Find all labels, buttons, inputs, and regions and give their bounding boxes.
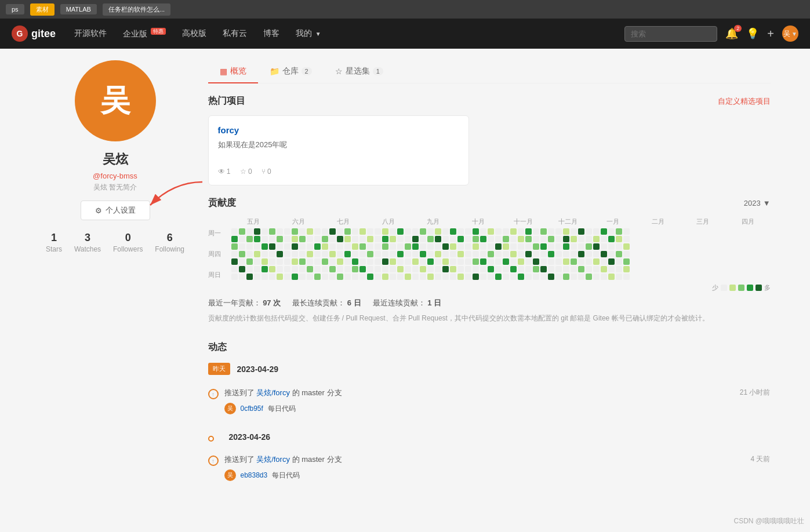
commit-msg-2: 每日代码 [272,471,300,480]
stat-followers[interactable]: 0 Followers [113,232,143,253]
legend-box-3 [747,285,753,291]
stars-count: 1 [46,232,62,244]
activity-content-2: 推送到了 吴炫/forcy 的 master 分支 吴 eb838d3 每日代码 [224,454,751,481]
tabs: ▦ 概览 📁 仓库 2 ☆ 星选集 1 [208,60,771,83]
legend-less-label: 少 [712,283,718,292]
commit-hash-1[interactable]: 0cfb95f [241,405,263,413]
commit-hash-2[interactable]: eb838d3 [241,471,268,479]
stat-stars[interactable]: 1 Stars [46,232,62,253]
stat-following[interactable]: 6 Following [155,232,184,253]
navbar: G gitee 开源软件 企业版 特惠 高校版 私有云 博客 我的 ▼ 🔔 2 … [0,19,810,49]
browser-tab-ps[interactable]: ps [6,4,24,14]
settings-button[interactable]: ⚙ 个人设置 [81,201,150,220]
hot-projects-title: 热门项目 [208,95,245,107]
gear-icon: ⚙ [95,206,102,215]
commit-row-1: 吴 0cfb95f 每日代码 [224,403,740,414]
date-text-2: 2023-04-26 [229,432,271,442]
longest-streak-stat: 最长连续贡献： 6 日 [292,298,361,308]
notification-button[interactable]: 🔔 2 [725,27,738,40]
contrib-stats: 最近一年贡献： 97 次 最长连续贡献： 6 日 最近连续贡献： 1 日 [208,298,771,308]
date-badge-yesterday: 昨天 [208,363,230,375]
commit-msg-1: 每日代码 [268,404,296,414]
legend-box-2 [738,285,744,291]
user-handle: @forcy-bmss [40,172,191,180]
activity-date-header-1: 昨天 2023-04-29 [208,363,771,375]
nav-mine[interactable]: 我的 ▼ [289,25,328,42]
gitee-brand-text: gitee [31,28,56,40]
repo-link-1[interactable]: 吴炫/forcy [256,388,290,397]
user-name: 吴炫 [40,151,191,168]
current-streak-stat: 最近连续贡献： 1 日 [373,298,441,308]
star-icon: ☆ [335,67,343,76]
browser-tab-task[interactable]: 任务栏的软件怎么... [103,3,170,16]
legend-box-1 [729,285,736,291]
followers-count: 0 [113,232,143,244]
gitee-logo-icon: G [12,25,28,42]
activity-section: 动态 昨天 2023-04-29 ↑ 推送到了 吴炫/forcy 的 maste… [208,341,771,487]
nav-private-cloud[interactable]: 私有云 [216,25,254,42]
legend-more-label: 多 [764,283,771,292]
activity-item-1: ↑ 推送到了 吴炫/forcy 的 master 分支 吴 0cfb95f 每日… [208,382,771,421]
project-views: 👁 1 [218,167,231,176]
activity-text-2: 推送到了 吴炫/forcy 的 master 分支 [224,454,751,465]
followers-label: Followers [113,245,143,253]
browser-bar: ps 素材 MATLAB 任务栏的软件怎么... [0,0,810,19]
nav-enterprise[interactable]: 企业版 特惠 [116,24,173,43]
stats-row: 1 Stars 3 Watches 0 Followers 6 Followin… [40,232,191,253]
commit-avatar-2: 吴 [224,469,236,481]
activity-group-1: 昨天 2023-04-29 ↑ 推送到了 吴炫/forcy 的 master 分… [208,363,771,421]
tab-overview[interactable]: ▦ 概览 [208,60,258,83]
avatar-container: 吴 [40,60,191,141]
contrib-note: 贡献度的统计数据包括代码提交、创建任务 / Pull Request、合并 Pu… [208,313,771,324]
repo-link-2[interactable]: 吴炫/forcy [256,455,290,464]
search-input[interactable] [624,26,717,42]
contribution-section: 贡献度 2023 ▼ 五月六月七月八月九月十月十一月十二月一月二月三月四月周一周… [208,197,771,324]
activity-date-header-2: 2023-04-26 [208,432,771,442]
notification-badge: 2 [734,25,742,32]
heatmap-grid-area: 五月六月七月八月九月十月十一月十二月一月二月三月四月周一周四周日 [208,217,771,280]
activity-title: 动态 [208,341,771,354]
activity-item-2: ↑ 推送到了 吴炫/forcy 的 master 分支 吴 eb838d3 每日… [208,449,771,487]
project-forks: ⑂ 0 [261,167,271,176]
activity-group-2: 2023-04-26 ↑ 推送到了 吴炫/forcy 的 master 分支 吴… [208,432,771,487]
grid-icon: ▦ [220,67,227,76]
contrib-legend: 少 多 [208,283,771,292]
commit-row-2: 吴 eb838d3 每日代码 [224,469,751,481]
activity-content-1: 推送到了 吴炫/forcy 的 master 分支 吴 0cfb95f 每日代码 [224,388,740,414]
project-name[interactable]: forcy [218,125,459,135]
push-icon-1: ↑ [208,389,219,399]
tab-overview-label: 概览 [230,66,246,76]
content-area: ▦ 概览 📁 仓库 2 ☆ 星选集 1 热门项目 自定义精选项目 forcy 如… [208,60,771,499]
following-count: 6 [155,232,184,244]
nav-opensource[interactable]: 开源软件 [67,25,114,42]
tab-starred[interactable]: ☆ 星选集 1 [324,60,395,83]
circle-dot-icon [208,436,214,442]
activity-time-1: 21 小时前 [740,388,771,398]
year-selector[interactable]: 2023 ▼ [744,199,771,207]
stat-watches[interactable]: 3 Watches [74,232,101,253]
push-icon-2: ↑ [208,456,219,466]
contrib-header: 贡献度 2023 ▼ [208,197,771,209]
watches-label: Watches [74,245,101,253]
starred-count-badge: 1 [373,67,383,75]
commit-avatar-1: 吴 [224,403,236,414]
watches-count: 3 [74,232,101,244]
brand[interactable]: G gitee [12,25,56,42]
nav-university[interactable]: 高校版 [175,25,213,42]
recent-year-stat: 最近一年贡献： 97 次 [208,298,281,308]
tab-starred-label: 星选集 [346,66,370,76]
user-avatar-nav[interactable]: 吴 ▼ [782,25,798,42]
legend-box-4 [755,285,762,291]
plus-icon[interactable]: + [767,27,774,41]
lightbulb-icon[interactable]: 💡 [746,27,759,40]
nav-enterprise-label: 企业版 [123,29,147,38]
browser-tab-material[interactable]: 素材 [30,3,55,16]
tab-repos[interactable]: 📁 仓库 2 [258,60,324,83]
user-avatar-large: 吴 [75,60,156,141]
nav-blog[interactable]: 博客 [256,25,286,42]
customize-projects-link[interactable]: 自定义精选项目 [718,96,771,107]
project-stars: ☆ 0 [240,167,252,176]
browser-tab-matlab[interactable]: MATLAB [60,4,97,14]
user-bio: 吴炫 暂无简介 [40,183,191,192]
sidebar: 吴 吴炫 @forcy-bmss 吴炫 暂无简介 ⚙ 个人设置 1 [40,60,191,499]
